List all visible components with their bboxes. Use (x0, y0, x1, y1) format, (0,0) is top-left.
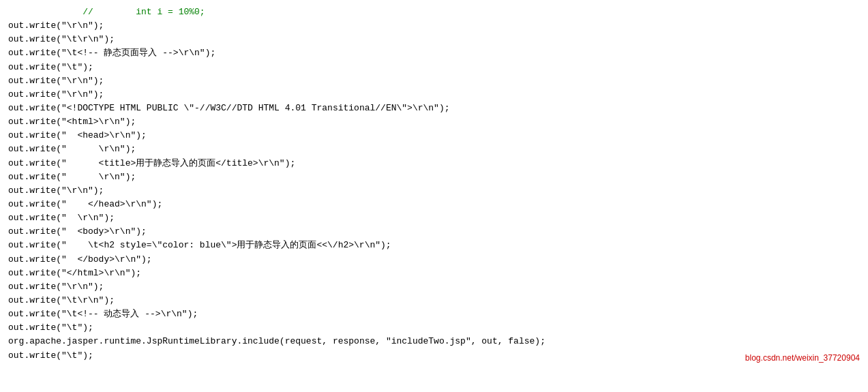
code-line: out.write(" <body>\r\n"); (0, 225, 868, 239)
code-line: out.write(" </head>\r\n"); (0, 198, 868, 211)
code-line: // int i = 10%0; (0, 5, 868, 19)
code-line: out.write("</html>\r\n"); (0, 267, 868, 280)
code-line: out.write(" \r\n"); (0, 142, 868, 156)
code-line: out.write("\r\n"); (0, 19, 868, 33)
code-line: out.write(" <title>用于静态导入的页面</title>\r\n… (0, 157, 868, 170)
code-line: org.apache.jasper.runtime.JspRuntimeLibr… (0, 335, 868, 348)
code-line: out.write(" \r\n"); (0, 211, 868, 225)
code-line: out.write("\r\n"); (0, 88, 868, 102)
code-line: out.write(" <head>\r\n"); (0, 129, 868, 142)
watermark: blog.csdn.net/weixin_37720904 (745, 353, 860, 363)
code-line: out.write("\t"); (0, 61, 868, 74)
code-line: out.write("\t\r\n"); (0, 294, 868, 307)
code-line: out.write("\r\n"); (0, 184, 868, 198)
code-line: out.write("\t<!-- 动态导入 -->\r\n"); (0, 307, 868, 321)
code-line: out.write("\t"); (0, 321, 868, 335)
code-line: out.write("\t<!-- 静态页面导入 -->\r\n"); (0, 46, 868, 60)
code-line: out.write("<!DOCTYPE HTML PUBLIC \"-//W3… (0, 102, 868, 115)
code-line: out.write("\r\n"); (0, 280, 868, 294)
code-line: out.write("\t"); (0, 349, 868, 363)
code-line: out.write("\r\n"); (0, 74, 868, 88)
code-line: out.write("\t\r\n"); (0, 33, 868, 46)
code-lines: // int i = 10%0;out.write("\r\n");out.wr… (0, 5, 868, 363)
code-line: out.write(" </body>\r\n"); (0, 253, 868, 267)
code-line: out.write(" \r\n"); (0, 170, 868, 184)
code-container: // int i = 10%0;out.write("\r\n");out.wr… (0, 0, 868, 368)
code-line: out.write("<html>\r\n"); (0, 115, 868, 129)
code-line: out.write(" \t<h2 style=\"color: blue\">… (0, 239, 868, 252)
